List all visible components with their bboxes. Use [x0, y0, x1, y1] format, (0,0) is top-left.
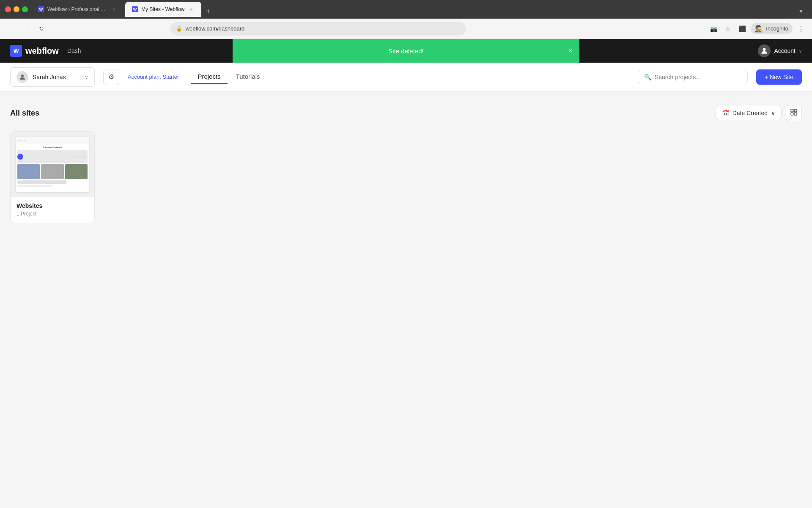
workspace-bar: Sarah Jonas ∨ ⚙ Account plan: Starter Pr… [0, 63, 812, 91]
new-tab-button[interactable]: + [202, 5, 214, 17]
workspace-chevron-icon: ∨ [85, 74, 88, 80]
toast-close-button[interactable]: × [568, 47, 573, 55]
new-site-label: + New Site [765, 74, 793, 80]
tab-list-button[interactable]: ▼ [795, 5, 807, 17]
sort-chevron-icon: ∨ [771, 110, 775, 116]
toast-text: Site deleted! [388, 47, 423, 55]
account-avatar-icon [758, 44, 771, 57]
browser-menu-button[interactable]: ⋮ [795, 23, 807, 35]
url-text: webflow.com/dashboard [186, 25, 460, 32]
tab-projects[interactable]: Projects [191, 69, 227, 84]
workspace-selector[interactable]: Sarah Jonas ∨ [10, 67, 95, 87]
workspace-name: Sarah Jonas [33, 74, 80, 80]
search-icon: 🔍 [644, 74, 651, 80]
account-plan-label: Account plan: Starter [128, 74, 179, 80]
svg-rect-3 [794, 109, 797, 112]
account-label: Account [774, 47, 796, 54]
camera-off-icon: 📷 [708, 23, 719, 35]
tab-favicon-2: W [132, 6, 138, 12]
sites-header: All sites 📅 Date Created ∨ [10, 105, 802, 121]
sites-area: All sites 📅 Date Created ∨ [0, 91, 812, 237]
browser-tab-1[interactable]: W Webflow › Professional Freelan… × [31, 2, 124, 17]
calendar-icon: 📅 [722, 110, 729, 116]
svg-point-0 [763, 48, 766, 51]
thumb-header [16, 137, 89, 144]
maximize-window-button[interactable] [22, 6, 28, 12]
svg-rect-2 [791, 109, 793, 112]
minimize-window-button[interactable] [14, 6, 19, 12]
tab-title-1: Webflow › Professional Freelan… [47, 6, 107, 12]
sort-label: Date Created [732, 110, 768, 116]
address-bar[interactable]: 🔒 webflow.com/dashboard [170, 22, 466, 36]
tab-close-1[interactable]: × [111, 6, 118, 13]
svg-point-1 [21, 75, 24, 77]
incognito-avatar: 🕵 [755, 25, 763, 33]
tab-tutorials[interactable]: Tutorials [229, 69, 267, 84]
forward-button[interactable]: → [20, 23, 32, 35]
search-box[interactable]: 🔍 [638, 70, 748, 84]
svg-rect-5 [794, 113, 797, 115]
account-button[interactable]: Account ∨ [758, 44, 802, 57]
browser-chrome: W Webflow › Professional Freelan… × W My… [0, 0, 812, 39]
bookmark-icon[interactable]: ☆ [722, 23, 734, 35]
site-name: Websites [16, 202, 88, 209]
incognito-label: Incognito [766, 25, 788, 32]
back-button[interactable]: ← [5, 23, 17, 35]
tabs-bar: W Webflow › Professional Freelan… × W My… [31, 2, 807, 17]
new-site-button[interactable]: + New Site [756, 69, 802, 85]
traffic-lights [5, 6, 28, 12]
grid-view-icon [790, 109, 797, 117]
nav-tabs: Projects Tutorials [191, 69, 266, 84]
sites-grid: The Laguna Restaurant [10, 131, 802, 223]
webflow-logo-text: webflow [25, 46, 59, 56]
browser-titlebar: W Webflow › Professional Freelan… × W My… [0, 0, 812, 19]
lock-icon: 🔒 [176, 26, 182, 32]
tab-favicon-1: W [38, 6, 44, 12]
tab-close-2[interactable]: × [188, 6, 195, 13]
browser-addressbar: ← → ↻ 🔒 webflow.com/dashboard 📷 ☆ ⬛ 🕵 In… [0, 19, 812, 39]
account-plan-value[interactable]: Starter [162, 74, 179, 80]
browser-tab-2[interactable]: W My Sites - Webflow × [125, 2, 201, 17]
thumb-body: The Laguna Restaurant [16, 144, 89, 192]
incognito-button[interactable]: 🕵 Incognito [751, 23, 793, 34]
site-info: Websites 1 Project [11, 197, 94, 223]
thumb-images [17, 164, 88, 179]
close-window-button[interactable] [5, 6, 11, 12]
site-thumbnail: The Laguna Restaurant [11, 132, 94, 197]
extensions-icon[interactable]: ⬛ [736, 23, 748, 35]
site-card-websites[interactable]: The Laguna Restaurant [10, 131, 95, 223]
workspace-avatar [16, 71, 28, 83]
toast-notification: Site deleted! × [233, 39, 579, 63]
thumbnail-mock: The Laguna Restaurant [16, 137, 89, 192]
date-sort-button[interactable]: 📅 Date Created ∨ [716, 106, 782, 120]
settings-icon: ⚙ [108, 73, 114, 81]
settings-button[interactable]: ⚙ [103, 69, 119, 85]
thumb-logo [17, 154, 23, 160]
sites-section-title: All sites [10, 109, 39, 118]
main-container: Sarah Jonas ∨ ⚙ Account plan: Starter Pr… [0, 63, 812, 237]
tab-title-2: My Sites - Webflow [141, 6, 184, 12]
thumb-hero [17, 150, 88, 163]
header-nav-link[interactable]: Dash [67, 47, 81, 54]
sort-controls: 📅 Date Created ∨ [716, 105, 802, 121]
view-toggle-button[interactable] [786, 105, 802, 121]
app-header: W webflow Dash Site deleted! × Account ∨ [0, 39, 812, 63]
svg-rect-4 [791, 113, 793, 115]
reload-button[interactable]: ↻ [36, 23, 47, 35]
webflow-logo[interactable]: W webflow [10, 45, 59, 57]
browser-actions: 📷 ☆ ⬛ 🕵 Incognito ⋮ [708, 23, 807, 35]
search-input[interactable] [655, 74, 741, 80]
site-project-count: 1 Project [16, 211, 88, 217]
webflow-logo-icon: W [10, 45, 22, 57]
account-chevron-icon: ∨ [799, 49, 802, 53]
